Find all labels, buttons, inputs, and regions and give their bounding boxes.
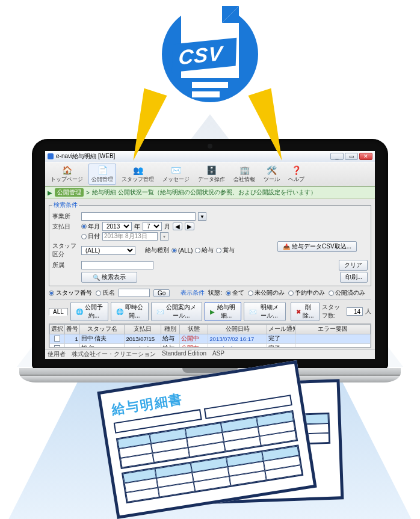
- breadcrumb: ▶ 公開管理 > 給与明細 公開状況一覧（給与明細の公開状況の参照、および公開設…: [45, 186, 375, 198]
- search-legend: 検索条件: [52, 201, 79, 209]
- go-button[interactable]: Go: [153, 289, 170, 297]
- office-select[interactable]: [81, 212, 196, 221]
- filter-sched-radio[interactable]: 予約中のみ: [288, 289, 325, 297]
- paytype-salary-radio[interactable]: 給与: [195, 246, 214, 254]
- toolbar-label: メッセージ: [162, 176, 190, 183]
- office-label: 事業所: [52, 212, 79, 221]
- toolbar-ツール[interactable]: 🛠️ツール: [261, 164, 283, 185]
- staffcount-value: 14: [347, 307, 363, 316]
- month-select[interactable]: 7: [143, 222, 162, 231]
- filter-unpub-radio[interactable]: 未公開のみ: [248, 289, 285, 297]
- table-header-row: 選択番号スタッフ名支払日種別状態公開日時メール通知エラー要因: [50, 325, 371, 334]
- column-番号[interactable]: 番号: [64, 325, 79, 334]
- print-button[interactable]: 印刷...: [340, 272, 368, 283]
- breadcrumb-path: 給与明細 公開状況一覧（給与明細の公開状況の参照、および公開設定を行います）: [92, 188, 317, 197]
- search-icon: 🔍: [93, 274, 100, 281]
- paydate-mode-date-radio[interactable]: 日付: [81, 232, 100, 241]
- toolbar-icon: 👥: [132, 165, 143, 176]
- dropdown-icon[interactable]: ▼: [198, 212, 206, 221]
- breadcrumb-bullet: ▶: [48, 189, 52, 196]
- find-by-staff-radio[interactable]: スタッフ番号: [49, 289, 92, 297]
- table-row[interactable]: 2旭 仁2013/07/15給与公開中2013/07/02 18:08完了: [50, 344, 371, 348]
- status-bar: 使用者 株式会社イー・クリエーション Standard Edition ASP: [45, 349, 375, 359]
- status-edition: Standard Edition: [162, 350, 206, 358]
- delete-icon: ✖: [296, 309, 301, 315]
- clear-button[interactable]: クリア: [339, 260, 368, 271]
- find-input[interactable]: [119, 289, 150, 297]
- month-next-button[interactable]: ▶: [185, 223, 194, 230]
- close-button[interactable]: ✕: [359, 153, 372, 160]
- column-スタッフ名[interactable]: スタッフ名: [79, 325, 125, 334]
- toolbar-label: トップページ: [51, 176, 83, 183]
- toolbar-icon: 🏠: [61, 165, 72, 176]
- dept-input[interactable]: [81, 261, 153, 269]
- month-prev-button[interactable]: ◀: [173, 223, 182, 230]
- tab-all[interactable]: ALL: [49, 308, 68, 316]
- csv-import-button[interactable]: 📥給与データCSV取込...: [277, 241, 357, 252]
- toolbar-label: ツール: [264, 176, 280, 183]
- calendar-dropdown-icon[interactable]: ▾: [160, 232, 168, 241]
- paytype-label: 給与種別: [145, 246, 169, 254]
- toolbar-データ操作[interactable]: 🗄️データ操作: [195, 164, 228, 185]
- column-種別[interactable]: 種別: [161, 325, 179, 334]
- toolbar-label: ヘルプ: [288, 176, 304, 183]
- filter-all-radio[interactable]: 全て: [226, 289, 244, 297]
- date-input[interactable]: [102, 232, 158, 241]
- year-select[interactable]: 2013: [102, 222, 132, 231]
- column-状態[interactable]: 状態: [179, 325, 208, 334]
- toolbar-公開管理[interactable]: 📄公開管理: [88, 164, 116, 185]
- immediate-icon: 🌐: [116, 309, 123, 315]
- stafftype-label: スタッフ区分: [52, 242, 79, 259]
- window-title: e-navi給与明細 [WEB]: [56, 152, 115, 161]
- toolbar-メッセージ[interactable]: ✉️メッセージ: [159, 164, 193, 185]
- sub-filter-bar: スタッフ番号 氏名 Go 表示条件 状態: 全て 未公開のみ 予約中のみ 公開済…: [49, 287, 371, 299]
- filter-pub-radio[interactable]: 公開済のみ: [329, 289, 365, 297]
- row-checkbox[interactable]: [54, 336, 60, 342]
- app-icon: [48, 153, 54, 159]
- toolbar-会社情報[interactable]: 🏢会社情報: [230, 164, 258, 185]
- toolbar-icon: ✉️: [171, 165, 182, 176]
- camera-dot: [208, 144, 212, 149]
- delete-button[interactable]: ✖削除...: [291, 302, 319, 321]
- csv-badge: CSV: [162, 6, 258, 126]
- reserve-button[interactable]: 🌐公開予約...: [70, 302, 108, 321]
- column-エラー要因[interactable]: エラー要因: [295, 325, 371, 334]
- paydate-label: 支払日: [52, 223, 79, 231]
- toolbar-トップページ[interactable]: 🏠トップページ: [48, 164, 86, 185]
- payslip-button[interactable]: ▶給与明細...: [205, 302, 241, 321]
- find-by-name-radio[interactable]: 氏名: [96, 289, 115, 297]
- display-cond-legend: 表示条件: [181, 289, 205, 297]
- immediate-button[interactable]: 🌐即時公開...: [111, 302, 149, 321]
- column-選択[interactable]: 選択: [50, 325, 65, 334]
- row-checkbox[interactable]: [54, 345, 60, 348]
- column-公開日時[interactable]: 公開日時: [208, 325, 267, 334]
- month-suffix: 月: [164, 223, 170, 231]
- status-user-label: 使用者: [48, 350, 66, 358]
- main-toolbar: 🏠トップページ📄公開管理👥スタッフ管理✉️メッセージ🗄️データ操作🏢会社情報🛠️…: [45, 162, 375, 186]
- toolbar-label: スタッフ管理: [122, 176, 154, 183]
- status-user: 株式会社イー・クリエーション: [72, 350, 156, 358]
- slipmail-button[interactable]: ✉️明細メール...: [244, 302, 286, 321]
- stafftype-select[interactable]: (ALL): [81, 246, 135, 255]
- column-メール通知[interactable]: メール通知: [267, 325, 295, 334]
- breadcrumb-chip: 公開管理: [55, 188, 84, 197]
- laptop-frame: e-navi給与明細 [WEB] _ ▭ ✕ 🏠トップページ📄公開管理👥スタッフ…: [32, 139, 388, 369]
- toolbar-スタッフ管理[interactable]: 👥スタッフ管理: [119, 164, 157, 185]
- search-button[interactable]: 🔍検索表示: [81, 272, 137, 283]
- staffcount-label: スタッフ数:: [322, 303, 345, 320]
- paytype-all-radio[interactable]: (ALL): [171, 247, 193, 254]
- staffcount-suffix: 人: [365, 307, 371, 316]
- toolbar-icon: 📄: [97, 165, 108, 176]
- pubmail-button[interactable]: ✉️公開案内メール...: [151, 302, 202, 321]
- toolbar-label: 公開管理: [91, 176, 113, 183]
- column-支払日[interactable]: 支払日: [125, 325, 161, 334]
- csv-import-icon: 📥: [283, 244, 290, 250]
- paydate-mode-year-radio[interactable]: 年月: [81, 223, 100, 231]
- table-row[interactable]: 1田中 信夫2013/07/15給与公開中2013/07/02 16:17完了: [50, 334, 371, 344]
- toolbar-icon: 🗄️: [206, 165, 217, 176]
- maximize-button[interactable]: ▭: [345, 153, 358, 160]
- paytype-bonus-radio[interactable]: 賞与: [216, 246, 235, 254]
- toolbar-ヘルプ[interactable]: ❓ヘルプ: [285, 164, 307, 185]
- toolbar-icon: ❓: [291, 165, 302, 176]
- minimize-button[interactable]: _: [330, 153, 344, 160]
